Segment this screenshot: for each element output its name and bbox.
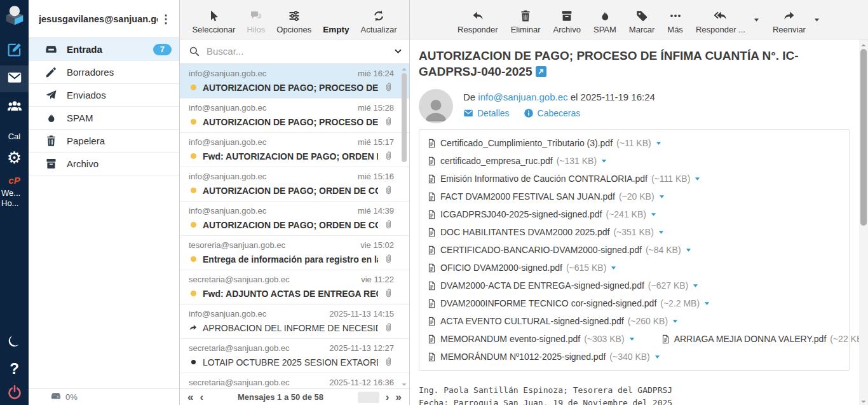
search-options-chevron-icon[interactable] — [393, 46, 403, 56]
next-page-button[interactable]: › — [386, 392, 390, 402]
attachment-dropdown-icon[interactable] — [650, 211, 657, 218]
scroll-down-icon[interactable] — [400, 380, 408, 387]
message-sender: secretaria@sanjuan.gob.ec — [189, 378, 289, 387]
search-input[interactable] — [207, 46, 387, 57]
account-menu-button[interactable]: ⋮ — [158, 12, 174, 26]
attachment-item[interactable]: certificado_empresa_ruc.pdf(~131 KB) — [427, 156, 607, 167]
message-row[interactable]: secretaria@sanjuan.gob.ec2025-11-12 16:3… — [180, 373, 409, 388]
help-button[interactable]: ? — [0, 357, 29, 380]
attachment-dropdown-icon[interactable] — [628, 336, 635, 343]
attachment-dropdown-icon[interactable] — [658, 229, 665, 236]
message-row[interactable]: tesoreria@sanjuan.gob.ecvie 15:02Entrega… — [180, 236, 409, 270]
attachment-item[interactable]: DVAM2000-ACTA DE ENTREGA-signed-signed.p… — [427, 280, 699, 291]
attachment-dropdown-icon[interactable] — [685, 247, 692, 254]
attachment-item[interactable]: ICGADPRSJ040-2025-signed-signed.pdf(~241… — [427, 209, 657, 220]
paperclip-icon — [383, 357, 394, 367]
attachment-dropdown-icon[interactable] — [654, 354, 661, 360]
settings-button[interactable]: ⚙ — [0, 145, 29, 170]
disk-icon — [50, 390, 62, 404]
list-scroll-thumb[interactable] — [402, 73, 407, 162]
m-s-button[interactable]: Más — [667, 10, 683, 34]
scroll-up-icon[interactable] — [860, 40, 867, 48]
message-subject: Fwd: AUTORIZACION DE PAGO; ORDEN DE ... — [203, 151, 378, 161]
open-in-new-window-icon[interactable] — [536, 65, 546, 76]
cpanel-link[interactable]: cP — [0, 173, 29, 187]
attachment-dropdown-icon[interactable] — [692, 282, 699, 289]
attachment-item[interactable]: DOC HABILITANTES DVAM2000 2025.pdf(~351 … — [427, 227, 665, 238]
attachment-item[interactable]: Certificado_Cumplimiento_Tributario (3).… — [427, 138, 662, 149]
last-page-button[interactable]: » — [396, 392, 402, 402]
opciones-button[interactable]: Opciones — [276, 10, 311, 34]
attachment-dropdown-icon[interactable] — [655, 140, 662, 147]
view-scroll-thumb[interactable] — [860, 49, 867, 226]
attachment-item[interactable]: FACT DVAM2000 FESTIVAL SAN JUAN.pdf(~20 … — [427, 191, 665, 202]
attachment-item[interactable]: Emisión Informativo de Caución CONTRALOR… — [427, 174, 701, 184]
list-scrollbar[interactable] — [400, 64, 408, 387]
attachment-row: ACTA EVENTO CULTURAL-signed-signed.pdf(~… — [427, 312, 841, 330]
sender-email-link[interactable]: info@sanjuan.gob.ec — [478, 92, 567, 102]
contacts-button[interactable] — [0, 95, 29, 120]
rail-cal-link[interactable]: Cal — [0, 130, 29, 142]
archivo-button[interactable]: Archivo — [553, 10, 581, 34]
message-row[interactable]: secretaria@sanjuan.gob.ec2025-11-13 12:2… — [180, 339, 409, 373]
message-row[interactable]: info@sanjuan.gob.ecmié 14:39AUTORIZACION… — [180, 202, 409, 236]
message-row[interactable]: info@sanjuan.gob.ecmié 15:28AUTORIZACION… — [180, 99, 409, 133]
attachment-item[interactable]: DVAM2000INFORME TECNICO cor-signed-signe… — [427, 298, 710, 309]
sidebar-item-entrada[interactable]: Entrada7 — [29, 38, 179, 61]
attachment-item[interactable]: OFICIO DVAM2000-signed.pdf(~615 KB) — [427, 263, 617, 273]
attachment-dropdown-icon[interactable] — [610, 264, 617, 271]
details-button[interactable]: Detalles — [463, 108, 510, 118]
attachment-dropdown-icon[interactable] — [672, 318, 679, 325]
empty-button[interactable]: Empty — [323, 25, 349, 34]
attachment-dropdown-icon[interactable] — [658, 193, 665, 200]
attachment-item[interactable]: MEMORANDUM evento-signed.pdf(~303 KB) — [427, 334, 635, 345]
seleccionar-button[interactable]: Seleccionar — [192, 10, 235, 34]
logout-button[interactable] — [0, 381, 29, 405]
scroll-down-icon[interactable] — [860, 397, 867, 404]
dropdown-caret-icon[interactable] — [753, 15, 760, 26]
headers-button[interactable]: Cabeceras — [524, 108, 581, 118]
dark-mode-button[interactable] — [0, 331, 29, 356]
compose-button[interactable] — [0, 38, 29, 64]
attachment-item[interactable]: MEMORÁNDUM Nº1012-2025-signed.pdf(~340 K… — [427, 352, 661, 362]
marcar-button[interactable]: Marcar — [629, 10, 654, 34]
attachment-size: (~111 KB) — [651, 174, 690, 184]
view-scrollbar[interactable] — [859, 39, 868, 405]
gear-icon: ⚙ — [7, 148, 22, 168]
sidebar-item-archivo[interactable]: Archivo — [29, 153, 179, 175]
folder-label: Enviados — [67, 90, 172, 100]
attachment-dropdown-icon[interactable] — [600, 158, 607, 165]
message-row-meta: secretaria@sanjuan.gob.ecvie 11:22 — [189, 275, 394, 284]
rail-webhost-link[interactable]: We... Ho... — [0, 188, 29, 214]
attachment-item[interactable]: ACTA EVENTO CULTURAL-signed-signed.pdf(~… — [427, 316, 679, 327]
eliminar-button[interactable]: Eliminar — [511, 10, 541, 34]
toolbar-button-label: Opciones — [276, 25, 311, 34]
message-subject: AUTORIZACION DE PAGO; PROCESO DE ÍN... — [203, 83, 378, 93]
message-row[interactable]: secretaria@sanjuan.gob.ecvie 11:22Fwd: A… — [180, 270, 409, 305]
attachment-item[interactable]: ARRIAGA MEJIA DONNA VALERY.pdf(~22 KB) — [661, 334, 859, 345]
message-row[interactable]: info@sanjuan.gob.ecmié 15:17Fwd: AUTORIZ… — [180, 133, 409, 167]
app-logo[interactable] — [0, 0, 29, 29]
envelope-icon — [463, 108, 473, 118]
sidebar-item-spam[interactable]: SPAM — [29, 107, 179, 130]
prev-page-button[interactable]: ‹ — [200, 392, 203, 402]
responder-button[interactable]: Responder — [458, 10, 498, 34]
attachment-item[interactable]: CERTIFICADO-BANCARIO-DVAM2000-signed.pdf… — [427, 245, 692, 256]
first-page-button[interactable]: « — [187, 392, 193, 402]
message-row[interactable]: info@sanjuan.gob.ecmié 15:16AUTORIZACION… — [180, 167, 409, 202]
message-row[interactable]: info@sanjuan.gob.ec2025-11-13 14:15APROB… — [180, 305, 409, 339]
page-number-input[interactable] — [358, 392, 379, 403]
mail-view-button[interactable] — [0, 65, 29, 92]
sidebar-item-papelera[interactable]: Papelera — [29, 130, 179, 153]
attachment-dropdown-icon[interactable] — [694, 175, 701, 182]
spam-button[interactable]: SPAM — [593, 10, 616, 34]
sidebar-item-borradores[interactable]: Borradores — [29, 61, 179, 84]
actualizar-button[interactable]: Actualizar — [360, 10, 397, 34]
scroll-up-icon[interactable] — [400, 64, 408, 72]
dropdown-caret-icon[interactable] — [813, 15, 820, 26]
reenviar-button[interactable]: Reenviar — [773, 10, 806, 34]
responder-button[interactable]: Responder ... — [696, 10, 745, 34]
attachment-dropdown-icon[interactable] — [703, 300, 710, 307]
sidebar-item-enviados[interactable]: Enviados — [29, 84, 179, 107]
message-row[interactable]: info@sanjuan.gob.ecmié 16:24AUTORIZACION… — [180, 64, 409, 99]
